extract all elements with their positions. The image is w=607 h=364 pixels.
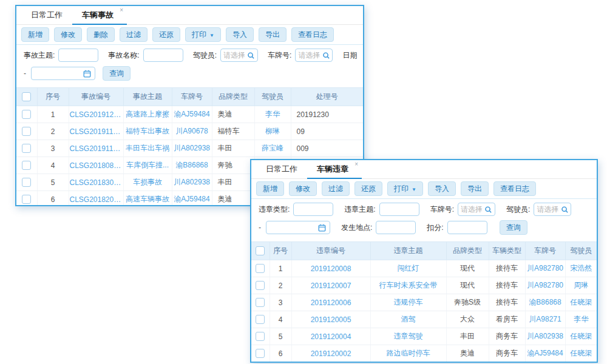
- cell-link[interactable]: 2019120007: [291, 277, 370, 294]
- accident-name-input[interactable]: [143, 49, 183, 62]
- violation-subject-input[interactable]: [379, 203, 419, 216]
- cell-link[interactable]: 2019120005: [291, 311, 370, 328]
- export-button[interactable]: 导出: [461, 181, 489, 196]
- date-to-input[interactable]: [270, 223, 317, 232]
- cell-link[interactable]: 任晓渠: [565, 345, 597, 362]
- cell-link[interactable]: 闯红灯: [370, 260, 446, 277]
- export-button[interactable]: 导出: [259, 27, 287, 42]
- cell-link[interactable]: 车损事故: [123, 174, 172, 191]
- table-row[interactable]: 22019120007行车时未系安全带现代接待车川A982780周琳: [251, 277, 597, 294]
- calendar-icon[interactable]: [318, 224, 326, 232]
- table-row[interactable]: 32019120006违规停车奔驰S级接待车渝B86868任晓渠: [251, 294, 597, 311]
- cell-link[interactable]: 川A802938: [172, 140, 212, 157]
- row-checkbox[interactable]: [256, 315, 265, 324]
- cell-link[interactable]: 高速车辆事故: [123, 191, 172, 207]
- cell-link[interactable]: 李华: [565, 311, 597, 328]
- restore-button[interactable]: 还原: [152, 27, 180, 42]
- cell-link[interactable]: 川A982780: [525, 260, 565, 277]
- cell-link[interactable]: 2019120002: [291, 345, 370, 362]
- plate-select-input[interactable]: [458, 203, 495, 216]
- cell-link[interactable]: 车库倒车撞...: [123, 157, 172, 174]
- cell-link[interactable]: 任晓渠: [565, 294, 597, 311]
- date-to-input[interactable]: [35, 69, 83, 78]
- delete-button[interactable]: 删除: [87, 27, 115, 42]
- cell-link[interactable]: CLSG2019120001: [69, 106, 123, 123]
- cell-link[interactable]: 川A802938: [525, 328, 565, 345]
- row-checkbox[interactable]: [256, 349, 265, 358]
- tab-vehicle-accident[interactable]: 车辆事故 ×: [72, 6, 127, 25]
- cell-link[interactable]: 川A802938: [172, 174, 212, 191]
- cell-link[interactable]: 渝AJ59484: [172, 191, 212, 207]
- cell-link[interactable]: 2019120004: [291, 328, 370, 345]
- table-row[interactable]: 62019120002路边临时停车奥迪商务车渝AJ59484任晓渠: [251, 345, 597, 362]
- row-checkbox[interactable]: [22, 195, 31, 204]
- cell-link[interactable]: CLSG2019110002: [69, 123, 123, 140]
- cell-link[interactable]: 周琳: [565, 277, 597, 294]
- search-icon[interactable]: [484, 206, 492, 214]
- cell-link[interactable]: 宋浩然: [565, 260, 597, 277]
- row-checkbox[interactable]: [22, 161, 31, 170]
- filter-button[interactable]: 过滤: [120, 27, 148, 42]
- search-icon[interactable]: [561, 206, 569, 214]
- query-button[interactable]: 查询: [103, 66, 131, 81]
- cell-link[interactable]: 酒驾: [370, 311, 446, 328]
- cell-link[interactable]: 行车时未系安全带: [370, 277, 446, 294]
- view-log-button[interactable]: 查看日志: [493, 181, 536, 196]
- driver-select-text[interactable]: [537, 205, 560, 214]
- table-row[interactable]: 12019120008闯红灯现代接待车川A982780宋浩然: [251, 260, 597, 277]
- cell-link[interactable]: 丰田车出车祸: [123, 140, 172, 157]
- cell-link[interactable]: CLSG201830001: [69, 174, 123, 191]
- date-to-field[interactable]: [31, 67, 95, 80]
- query-button[interactable]: 查询: [500, 220, 527, 235]
- violation-type-input[interactable]: [293, 203, 333, 216]
- restore-button[interactable]: 还原: [354, 181, 382, 196]
- driver-select-input[interactable]: [534, 203, 571, 216]
- cell-link[interactable]: 渝AJ59484: [172, 106, 212, 123]
- cell-link[interactable]: 渝B86868: [172, 157, 212, 174]
- table-row[interactable]: 42019120005酒驾大众看房车川A98271李华: [251, 311, 597, 328]
- cell-link[interactable]: 任晓渠: [565, 328, 597, 345]
- cell-link[interactable]: CLSG201820001: [69, 191, 123, 207]
- driver-select-input[interactable]: [220, 49, 258, 62]
- table-row[interactable]: 3CLSG2019110001丰田车出车祸川A802938丰田薛宝峰009: [16, 140, 363, 157]
- print-button[interactable]: 打印▼: [387, 181, 423, 196]
- search-icon[interactable]: [322, 52, 330, 59]
- cell-link[interactable]: CLSG2018080001: [69, 157, 123, 174]
- import-button[interactable]: 导入: [226, 27, 254, 42]
- view-log-button[interactable]: 查看日志: [291, 27, 334, 42]
- cell-link[interactable]: 福特车出事故: [123, 123, 172, 140]
- accident-subject-input[interactable]: [58, 49, 98, 62]
- row-checkbox[interactable]: [256, 298, 265, 307]
- add-button[interactable]: 新增: [21, 27, 49, 42]
- cell-link[interactable]: 川A98271: [525, 311, 565, 328]
- add-button[interactable]: 新增: [256, 181, 284, 196]
- cell-link[interactable]: 川A982780: [525, 277, 565, 294]
- cell-link[interactable]: 薛宝峰: [254, 140, 291, 157]
- select-all-checkbox[interactable]: [22, 92, 31, 101]
- table-row[interactable]: 1CLSG2019120001高速路上摩擦渝AJ59484奥迪李华2019123…: [16, 106, 363, 123]
- cell-link[interactable]: 川A90678: [172, 123, 212, 140]
- cell-link[interactable]: 2019120006: [291, 294, 370, 311]
- points-input[interactable]: [447, 221, 487, 234]
- cell-link[interactable]: 渝AJ59484: [525, 345, 565, 362]
- close-icon[interactable]: ×: [120, 6, 123, 15]
- import-button[interactable]: 导入: [428, 181, 456, 196]
- cell-link[interactable]: 2019120008: [291, 260, 370, 277]
- row-checkbox[interactable]: [22, 127, 31, 136]
- edit-button[interactable]: 修改: [54, 27, 82, 42]
- plate-select-text[interactable]: [298, 51, 322, 59]
- row-checkbox[interactable]: [256, 281, 265, 290]
- row-checkbox[interactable]: [256, 332, 265, 341]
- select-all-checkbox[interactable]: [256, 246, 265, 255]
- cell-link[interactable]: 路边临时停车: [370, 345, 446, 362]
- date-to-field[interactable]: [266, 221, 330, 234]
- cell-link[interactable]: 违章驾驶: [370, 328, 446, 345]
- table-row[interactable]: 52019120004违章驾驶丰田商务车川A802938任晓渠: [251, 328, 597, 345]
- driver-select-text[interactable]: [223, 51, 247, 59]
- tab-daily-work[interactable]: 日常工作: [21, 6, 72, 24]
- cell-link[interactable]: 违规停车: [370, 294, 446, 311]
- cell-link[interactable]: 渝B86868: [525, 294, 565, 311]
- cell-link[interactable]: CLSG2019110001: [69, 140, 123, 157]
- row-checkbox[interactable]: [256, 264, 265, 273]
- plate-select-input[interactable]: [295, 49, 333, 62]
